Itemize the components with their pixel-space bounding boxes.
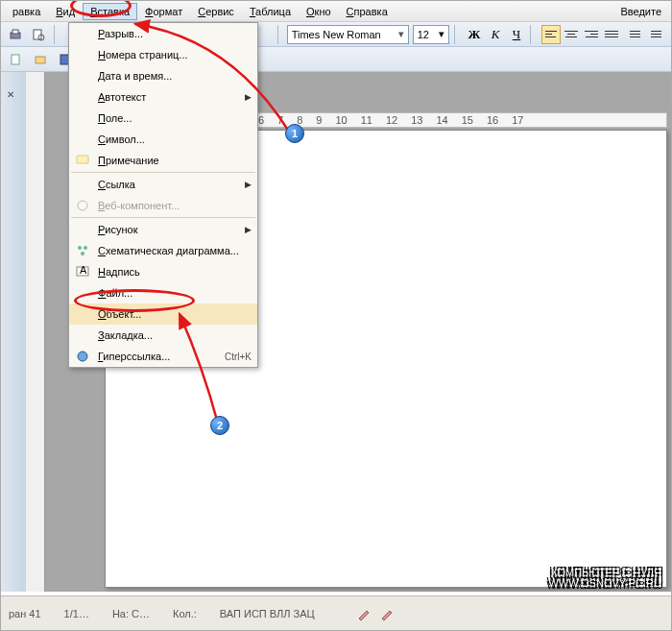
italic-button[interactable]: К xyxy=(487,27,504,42)
align-center-button[interactable] xyxy=(562,25,581,44)
menu-item-bookmark[interactable]: Закладка... xyxy=(69,325,257,346)
svg-rect-1 xyxy=(12,30,18,34)
watermark-text: КОМПЬЮТЕР С НУЛЯ WWW.OSNOVY-PC.RU xyxy=(548,568,661,590)
task-pane-sidebar: ✕ xyxy=(1,72,26,592)
underline-button[interactable]: Ч xyxy=(508,27,525,42)
menu-item-reference[interactable]: Ссылка▶ xyxy=(69,174,257,195)
pencil-icon xyxy=(357,607,371,620)
menu-edit[interactable]: равка xyxy=(5,3,48,20)
svg-rect-5 xyxy=(36,57,45,63)
annotation-circle-2 xyxy=(74,289,195,312)
menu-item-comment[interactable]: Примечание xyxy=(69,150,257,171)
svg-point-14 xyxy=(78,352,87,361)
menu-table[interactable]: Таблица xyxy=(242,3,299,20)
web-icon xyxy=(76,199,89,212)
svg-point-8 xyxy=(78,201,87,210)
svg-text:A: A xyxy=(80,266,87,276)
status-section: 1/1… xyxy=(64,608,89,619)
menu-item-autotext[interactable]: Автотекст▶ xyxy=(69,86,257,108)
svg-point-10 xyxy=(84,246,87,250)
menu-tools[interactable]: Сервис xyxy=(190,3,242,20)
menu-item-page-numbers[interactable]: Номера страниц... xyxy=(69,44,257,65)
bullets-button[interactable] xyxy=(627,25,646,44)
annotation-badge-1: 1 xyxy=(285,124,304,143)
align-justify-button[interactable] xyxy=(602,25,621,44)
status-position: На: С… xyxy=(112,608,150,619)
svg-rect-7 xyxy=(77,156,88,163)
menu-item-textbox[interactable]: AНадпись xyxy=(69,261,257,282)
menu-help[interactable]: Справка xyxy=(339,3,396,20)
help-search[interactable]: Введите xyxy=(620,6,667,17)
svg-point-11 xyxy=(81,252,84,255)
bold-button[interactable]: Ж xyxy=(466,27,483,42)
vertical-ruler xyxy=(26,72,45,592)
menu-window[interactable]: Окно xyxy=(299,3,339,20)
status-modes: ВАП ИСП ВЛЛ ЗАЦ xyxy=(220,608,315,619)
new-doc-icon[interactable] xyxy=(5,49,26,70)
svg-rect-4 xyxy=(12,55,19,64)
submenu-arrow-icon: ▶ xyxy=(245,180,252,189)
menu-format[interactable]: Формат xyxy=(137,3,190,20)
menu-item-diagram[interactable]: Схематическая диаграмма... xyxy=(69,240,257,261)
align-left-button[interactable] xyxy=(541,25,561,44)
align-right-button[interactable] xyxy=(582,25,601,44)
hyperlink-icon xyxy=(76,350,89,363)
chevron-down-icon: ▾ xyxy=(439,28,444,40)
status-column: Кол.: xyxy=(173,608,197,619)
menu-item-date-time[interactable]: Дата и время... xyxy=(69,65,257,86)
annotation-badge-2: 2 xyxy=(210,416,229,435)
menu-item-symbol[interactable]: Символ... xyxy=(69,129,257,150)
print-icon[interactable] xyxy=(5,24,26,45)
font-size-select[interactable]: 12▾ xyxy=(413,25,449,44)
diagram-icon xyxy=(76,244,89,257)
svg-point-9 xyxy=(78,246,82,250)
numbering-button[interactable] xyxy=(648,25,667,44)
pencil-icon xyxy=(380,607,394,620)
menu-item-web-component: Веб-компонент... xyxy=(69,195,257,216)
submenu-arrow-icon: ▶ xyxy=(245,225,252,234)
textbox-icon: A xyxy=(76,266,89,278)
folder-icon[interactable] xyxy=(30,49,51,70)
menu-item-field[interactable]: Поле... xyxy=(69,108,257,129)
close-icon[interactable]: ✕ xyxy=(7,89,14,100)
menu-item-break[interactable]: Разрыв... xyxy=(69,23,257,44)
comment-icon xyxy=(76,155,89,166)
menu-item-picture[interactable]: Рисунок▶ xyxy=(69,219,257,240)
menu-item-hyperlink[interactable]: Гиперссылка...Ctrl+K xyxy=(69,346,257,367)
preview-icon[interactable] xyxy=(28,24,49,45)
font-name-select[interactable]: Times New Roman▾ xyxy=(287,25,409,44)
chevron-down-icon: ▾ xyxy=(398,28,404,40)
status-page: ран 41 xyxy=(9,608,41,619)
insert-menu-dropdown: Разрыв... Номера страниц... Дата и время… xyxy=(68,22,258,368)
status-bar: ран 41 1/1… На: С… Кол.: ВАП ИСП ВЛЛ ЗАЦ xyxy=(1,595,671,630)
submenu-arrow-icon: ▶ xyxy=(245,92,252,102)
